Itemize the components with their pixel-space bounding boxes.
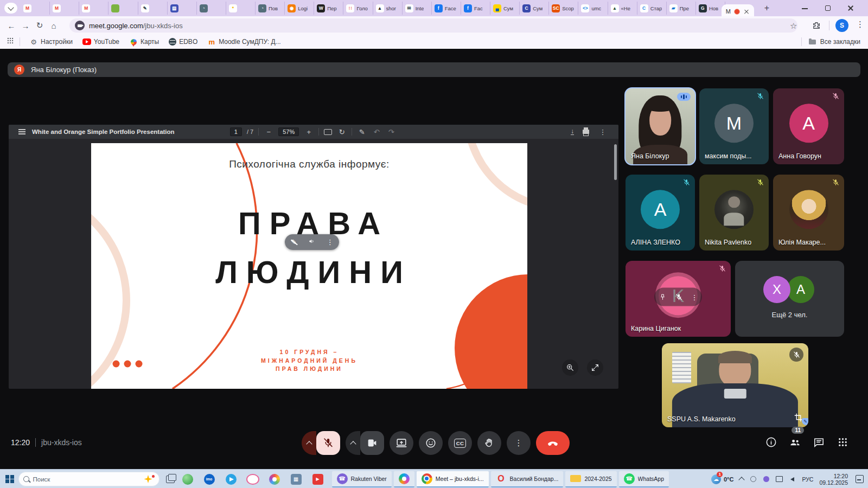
bookmark-item[interactable]: EDBO xyxy=(164,35,202,49)
zoom-out-icon[interactable]: − xyxy=(264,128,273,136)
present-button[interactable] xyxy=(390,431,413,455)
tray-display-icon[interactable] xyxy=(776,476,783,483)
bookmark-item[interactable]: Карты xyxy=(124,35,164,49)
reactions-button[interactable] xyxy=(419,431,443,455)
laser-pointer-off-icon[interactable]: ✎ xyxy=(290,238,298,246)
rotate-icon[interactable]: ↻ xyxy=(337,128,347,136)
undo-icon[interactable]: ↶ xyxy=(372,128,381,136)
pdf-scrollbar[interactable] xyxy=(614,144,617,180)
participant-tile[interactable]: AАЛІНА ЗЛЕНКО xyxy=(626,175,695,251)
minimize-icon[interactable] xyxy=(802,5,808,11)
taskbar-app-imo[interactable]: imo xyxy=(203,472,216,487)
weather-widget[interactable]: ☁ 1 0°C xyxy=(711,474,733,484)
taskbar-app-green-messenger[interactable] xyxy=(181,472,194,487)
browser-menu-icon[interactable]: ⋮ xyxy=(856,20,864,29)
browser-tab[interactable]: ∷Голо xyxy=(343,2,372,15)
camera-button[interactable] xyxy=(360,431,384,455)
start-button[interactable] xyxy=(5,475,14,484)
people-panel-button[interactable]: 11 xyxy=(788,435,802,449)
bookmark-item[interactable]: Настройки xyxy=(24,35,78,49)
page-number-input[interactable]: 1 xyxy=(230,127,242,136)
browser-tab[interactable]: ◔ xyxy=(196,2,226,15)
more-options-icon[interactable]: ⋮ xyxy=(598,128,608,136)
participant-tile[interactable]: K⋮Карина Циганок xyxy=(626,261,731,337)
browser-tab[interactable]: ▲«Не xyxy=(608,2,637,15)
apps-grid-icon[interactable] xyxy=(7,37,14,47)
redo-icon[interactable]: ↷ xyxy=(386,128,396,136)
browser-tab[interactable]: fFac xyxy=(461,2,490,15)
raise-hand-button[interactable] xyxy=(477,431,501,455)
end-call-button[interactable] xyxy=(536,431,570,455)
more-participants-tile[interactable]: X A Ещё 2 чел. xyxy=(735,261,844,337)
browser-tab[interactable]: SCScop xyxy=(548,2,578,15)
taskbar-window[interactable]: Meet – jbu-xkds-i... xyxy=(417,471,489,487)
participant-tile[interactable]: Nikita Pavlenko xyxy=(699,175,769,251)
more-options-icon[interactable]: ⋮ xyxy=(326,238,334,246)
notification-center-icon[interactable] xyxy=(856,475,864,483)
browser-tab[interactable]: WПер xyxy=(314,2,343,15)
browser-tab[interactable]: ▤ xyxy=(167,2,196,15)
all-bookmarks-button[interactable]: Все закладки xyxy=(801,37,868,46)
maximize-icon[interactable] xyxy=(825,5,831,11)
taskbar-window[interactable]: 2024-2025 xyxy=(565,471,616,487)
fit-page-icon[interactable] xyxy=(324,129,332,135)
extensions-icon[interactable] xyxy=(812,21,821,33)
tab-search-button[interactable] xyxy=(4,3,17,14)
more-options-button[interactable]: ⋮ xyxy=(507,431,531,455)
taskbar-app-paint[interactable] xyxy=(268,472,281,487)
annotate-icon[interactable]: ✎ xyxy=(357,128,367,136)
download-icon[interactable]: ↓ xyxy=(571,129,574,135)
bookmark-item[interactable]: Moodle СумДПУ: Д... xyxy=(202,35,285,49)
browser-tab[interactable]: ССум xyxy=(519,2,548,15)
chat-panel-button[interactable] xyxy=(812,435,826,449)
participant-tile[interactable]: AАнна Говорун xyxy=(773,88,844,164)
taskbar-window[interactable]: WhatsApp xyxy=(619,471,669,487)
taskbar-search[interactable]: Поиск xyxy=(18,472,159,486)
browser-tab[interactable]: M xyxy=(49,2,79,15)
new-tab-button[interactable]: + xyxy=(762,4,771,13)
address-bar[interactable]: meet.google.com/jbu-xkds-ios xyxy=(69,18,797,33)
mic-muted-button[interactable] xyxy=(316,431,340,455)
close-tab-icon[interactable] xyxy=(743,8,750,15)
captions-button[interactable]: CC xyxy=(448,431,472,455)
taskbar-app-calculator[interactable] xyxy=(290,472,303,487)
fullscreen-icon[interactable] xyxy=(587,359,603,376)
task-view-button[interactable] xyxy=(166,476,175,483)
close-window-icon[interactable] xyxy=(847,5,854,11)
browser-tab[interactable]: ◔Пов xyxy=(255,2,284,15)
browser-tab[interactable]: * xyxy=(226,2,255,15)
browser-tab[interactable]: GНов xyxy=(695,2,725,15)
browser-tab[interactable]: ✉Inte xyxy=(402,2,431,15)
back-icon[interactable]: ← xyxy=(4,21,18,30)
zoom-button[interactable] xyxy=(562,359,578,376)
taskbar-app-media-red[interactable] xyxy=(311,472,324,487)
browser-tab[interactable]: ▲shor xyxy=(373,2,402,15)
browser-tab[interactable]: CСтар xyxy=(637,2,666,15)
profile-avatar[interactable]: S xyxy=(835,19,848,32)
language-indicator[interactable]: РУС xyxy=(802,476,813,483)
browser-tab[interactable]: fFace xyxy=(431,2,461,15)
menu-icon[interactable] xyxy=(18,131,25,132)
pin-icon[interactable] xyxy=(659,293,667,301)
taskbar-app-telegram[interactable] xyxy=(225,472,238,487)
browser-tab[interactable]: M xyxy=(21,2,49,15)
pinned-video-tile[interactable]: ✎ SSPU A.S. Makarenko xyxy=(662,343,808,427)
browser-tab[interactable]: ✎ xyxy=(138,2,167,15)
taskbar-window[interactable]: Василий Бондар... xyxy=(491,471,564,487)
forward-icon[interactable]: → xyxy=(18,21,33,30)
browser-tab[interactable]: <>umc xyxy=(578,2,607,15)
browser-tab[interactable]: M xyxy=(79,2,108,15)
meeting-details-button[interactable] xyxy=(764,435,778,449)
tray-volume-icon[interactable] xyxy=(789,476,796,483)
home-icon[interactable]: ⌂ xyxy=(47,21,61,30)
zoom-in-icon[interactable]: + xyxy=(304,128,314,136)
volume-icon[interactable] xyxy=(308,237,316,247)
mic-options-button[interactable] xyxy=(302,431,316,455)
participant-tile[interactable]: Юлія Макаре... xyxy=(773,175,844,251)
taskbar-app-viber-outline[interactable] xyxy=(246,472,259,487)
taskbar-window[interactable] xyxy=(394,471,414,487)
tray-viber-icon[interactable] xyxy=(763,476,770,483)
taskbar-clock[interactable]: 12:20 09.12.2025 xyxy=(819,473,848,486)
print-icon[interactable] xyxy=(583,130,589,134)
more-options-icon[interactable]: ⋮ xyxy=(691,293,698,301)
